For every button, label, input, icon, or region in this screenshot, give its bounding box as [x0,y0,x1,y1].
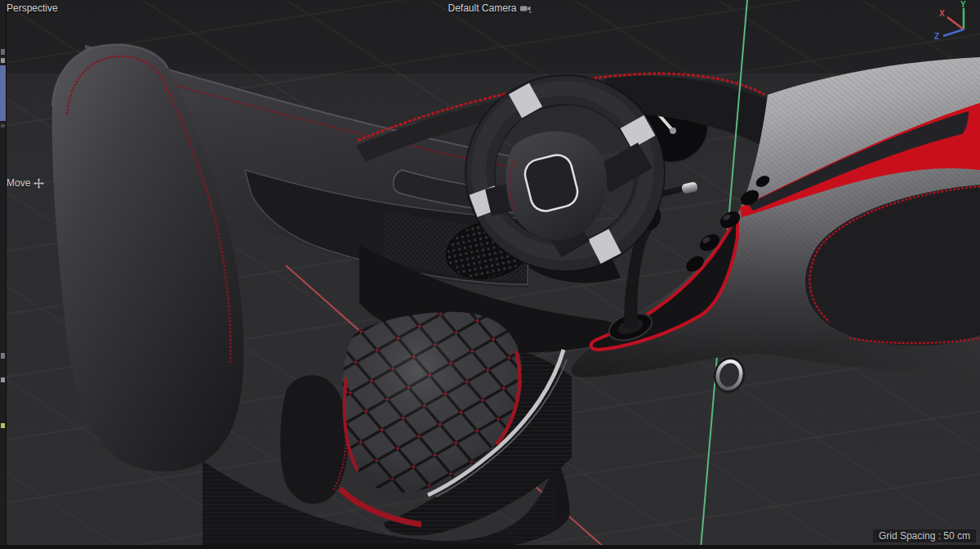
active-tool-text: Move [7,177,30,189]
move-icon [33,178,44,189]
gizmo-y-label: Y [960,0,966,9]
panel-tick [1,353,5,359]
panel-tick-highlight [1,423,5,428]
active-tool-hud[interactable]: Move [7,177,44,189]
panel-tick [1,49,5,55]
scene-render: Y X Z [0,0,980,549]
view-mode-text: Perspective [7,2,58,14]
gizmo-x-label: X [939,9,945,18]
gizmo-z-label: Z [934,32,939,41]
grid-spacing-text: Grid Spacing : 50 cm [879,530,970,542]
left-panel-edge[interactable] [0,0,7,549]
panel-tick [1,377,5,382]
panel-selected-item[interactable] [0,65,6,121]
grid-spacing-status: Grid Spacing : 50 cm [873,529,976,542]
camera-icon [520,4,532,13]
camera-name-text: Default Camera [448,2,516,14]
panel-tick [1,58,5,63]
panel-tick [1,124,5,127]
bottom-bar [0,545,980,549]
camera-hud[interactable]: Default Camera [448,2,532,14]
view-mode-label[interactable]: Perspective [7,2,58,14]
3d-viewport[interactable]: Y X Z Perspective Default Camera Move Gr… [0,0,980,549]
